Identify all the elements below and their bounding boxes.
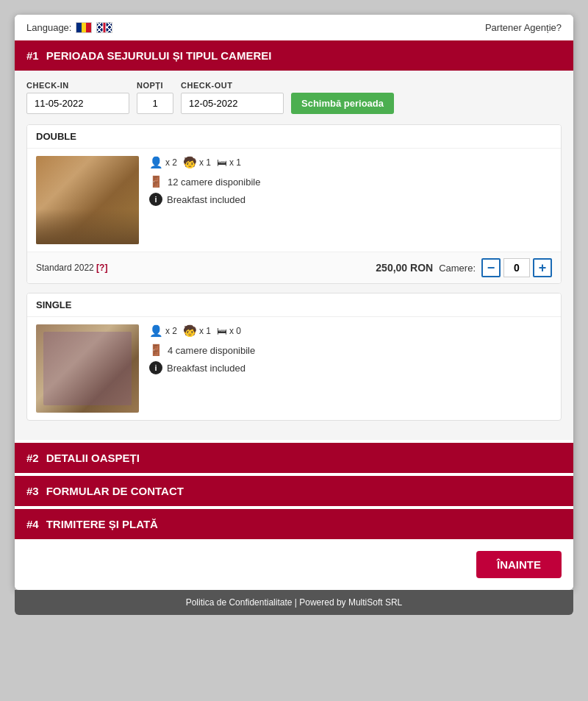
checkin-label: CHECK-IN: [26, 81, 129, 90]
room-type-single: SINGLE: [27, 293, 561, 317]
room-image-single: [36, 324, 139, 413]
section3-header[interactable]: #3 FORMULAR DE CONTACT: [15, 476, 573, 506]
available-row-double: 🚪 12 camere disponibile: [149, 175, 552, 188]
child-group-single: 🧒 x 1: [183, 324, 211, 338]
main-container: Language: Partener Agenție? #1 PERIOADA …: [15, 15, 573, 590]
standard-label-double: Standard 2022 [?]: [36, 263, 107, 273]
room-icons-single: 👤 x 2 🧒 x 1 🛏 x 0: [149, 324, 552, 338]
info-icon-double: i: [149, 193, 162, 206]
room-card-single: SINGLE 👤 x 2 🧒 x 1: [26, 293, 562, 421]
section2-header[interactable]: #2 DETALII OASPEȚI: [15, 443, 573, 473]
breakfast-row-single: i Breakfast included: [149, 361, 552, 374]
dates-row: CHECK-IN NOPȚI CHECK-OUT Schimbă perioad…: [26, 81, 562, 114]
flag-uk-icon[interactable]: [96, 22, 112, 33]
nights-input[interactable]: [137, 93, 173, 114]
price-camere-double: 250,00 RON Camere: − +: [376, 258, 552, 277]
section2-number: #2: [26, 452, 39, 464]
available-row-single: 🚪 4 camere disponibile: [149, 344, 552, 357]
room-icons-double: 👤 x 2 🧒 x 1 🛏 x 1: [149, 156, 552, 169]
footer: Politica de Confidentialitate | Powered …: [15, 590, 573, 615]
rooms-scroll-area[interactable]: DOUBLE 👤 x 2 🧒 x 1: [26, 124, 562, 430]
room-body-single: 👤 x 2 🧒 x 1 🛏 x 0: [27, 317, 561, 420]
adult-icon: 👤: [149, 156, 163, 169]
checkout-field: CHECK-OUT: [181, 81, 284, 114]
section1-header: #1 PERIOADA SEJURULUI ȘI TIPUL CAMEREI: [15, 40, 573, 71]
child-group: 🧒 x 1: [183, 156, 211, 169]
checkin-field: CHECK-IN: [26, 81, 129, 114]
breakfast-double: Breakfast included: [167, 194, 245, 205]
booking-row-double: Standard 2022 [?] 250,00 RON Camere: − +: [27, 252, 561, 283]
qty-minus-double[interactable]: −: [481, 258, 501, 277]
flag-ro-icon[interactable]: [76, 22, 92, 33]
top-bar: Language: Partener Agenție?: [15, 15, 573, 40]
adult-group: 👤 x 2: [149, 156, 177, 169]
adult-icon-single: 👤: [149, 324, 163, 338]
nights-field: NOPȚI: [137, 81, 173, 114]
qty-plus-double[interactable]: +: [533, 258, 552, 277]
partner-link[interactable]: Partener Agenție?: [485, 22, 562, 33]
qty-control-double: − +: [481, 258, 552, 277]
section4-number: #4: [26, 518, 39, 530]
checkout-label: CHECK-OUT: [181, 81, 284, 90]
forward-button[interactable]: ÎNAINTE: [476, 551, 562, 578]
child-count-single: x 1: [199, 326, 211, 336]
bed-icon-single: 🛏: [217, 325, 227, 337]
room-details-double: 👤 x 2 🧒 x 1 🛏 x 1: [149, 156, 552, 244]
nights-label: NOPȚI: [137, 81, 173, 90]
child-icon: 🧒: [183, 156, 197, 169]
checkout-input[interactable]: [181, 93, 284, 114]
section3-title: FORMULAR DE CONTACT: [46, 485, 184, 497]
available-single: 4 camere disponibile: [168, 345, 255, 356]
room-body-double: 👤 x 2 🧒 x 1 🛏 x 1: [27, 149, 561, 252]
qty-input-double[interactable]: [503, 258, 530, 277]
info-icon-single: i: [149, 361, 162, 374]
section1-title: PERIOADA SEJURULUI ȘI TIPUL CAMEREI: [46, 49, 272, 62]
bed-group: 🛏 x 1: [217, 157, 241, 168]
question-mark-double[interactable]: [?]: [96, 263, 107, 273]
section4-header[interactable]: #4 TRIMITERE ȘI PLATĂ: [15, 509, 573, 539]
section1-content: CHECK-IN NOPȚI CHECK-OUT Schimbă perioad…: [15, 71, 573, 440]
child-icon-single: 🧒: [183, 324, 197, 338]
bed-count: x 1: [229, 157, 241, 168]
section4-title: TRIMITERE ȘI PLATĂ: [46, 518, 158, 530]
footer-text: Politica de Confidentialitate | Powered …: [186, 597, 403, 608]
adult-group-single: 👤 x 2: [149, 324, 177, 338]
room-type-double: DOUBLE: [27, 125, 561, 149]
bed-count-single: x 0: [229, 326, 241, 336]
available-double: 12 camere disponibile: [168, 177, 260, 188]
bed-group-single: 🛏 x 0: [217, 325, 241, 337]
section1-number: #1: [26, 49, 39, 62]
child-count: x 1: [199, 157, 211, 168]
change-period-button[interactable]: Schimbă perioada: [291, 93, 394, 114]
section2-title: DETALII OASPEȚI: [46, 452, 140, 464]
breakfast-single: Breakfast included: [167, 363, 245, 374]
room-card-double: DOUBLE 👤 x 2 🧒 x 1: [26, 124, 562, 284]
room-image-double: [36, 156, 139, 244]
door-icon-single: 🚪: [149, 344, 163, 357]
adult-count: x 2: [165, 157, 177, 168]
language-label: Language:: [26, 22, 71, 33]
section3-number: #3: [26, 485, 39, 497]
price-double: 250,00 RON: [376, 262, 433, 274]
bed-icon: 🛏: [217, 157, 227, 168]
language-area: Language:: [26, 22, 112, 33]
checkin-input[interactable]: [26, 93, 129, 114]
breakfast-row-double: i Breakfast included: [149, 193, 552, 206]
door-icon-double: 🚪: [149, 175, 163, 188]
bottom-area: ÎNAINTE: [15, 539, 573, 590]
camere-label-double: Camere:: [439, 263, 476, 274]
adult-count-single: x 2: [165, 326, 177, 336]
room-details-single: 👤 x 2 🧒 x 1 🛏 x 0: [149, 324, 552, 413]
